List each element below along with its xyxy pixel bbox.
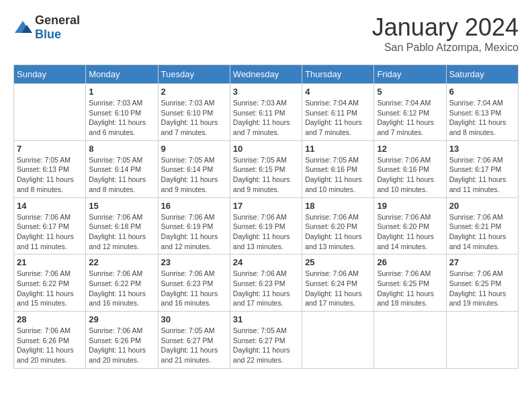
day-number: 10	[233, 144, 299, 154]
day-number: 6	[449, 87, 515, 97]
calendar-cell: 3Sunrise: 7:03 AM Sunset: 6:11 PM Daylig…	[230, 84, 302, 141]
weekday-header: Monday	[86, 65, 158, 84]
day-info: Sunrise: 7:06 AM Sunset: 6:21 PM Dayligh…	[449, 212, 515, 252]
day-number: 3	[233, 87, 299, 97]
calendar-cell: 22Sunrise: 7:06 AM Sunset: 6:22 PM Dayli…	[86, 255, 158, 312]
day-info: Sunrise: 7:06 AM Sunset: 6:19 PM Dayligh…	[233, 212, 299, 252]
calendar-cell: 19Sunrise: 7:06 AM Sunset: 6:20 PM Dayli…	[374, 197, 446, 255]
day-number: 23	[161, 257, 227, 267]
weekday-header: Saturday	[446, 65, 518, 84]
day-number: 12	[377, 144, 443, 154]
day-info: Sunrise: 7:06 AM Sunset: 6:25 PM Dayligh…	[377, 269, 443, 308]
calendar-cell: 16Sunrise: 7:06 AM Sunset: 6:19 PM Dayli…	[158, 197, 230, 255]
logo-blue: Blue	[35, 28, 61, 41]
day-number: 16	[161, 201, 227, 211]
day-info: Sunrise: 7:05 AM Sunset: 6:13 PM Dayligh…	[17, 155, 83, 195]
calendar-cell	[14, 84, 86, 141]
title-area: January 2024 San Pablo Atzompa, Mexico	[372, 13, 519, 54]
calendar-cell: 28Sunrise: 7:06 AM Sunset: 6:26 PM Dayli…	[14, 312, 86, 369]
day-info: Sunrise: 7:06 AM Sunset: 6:22 PM Dayligh…	[89, 269, 154, 308]
header: General Blue January 2024 San Pablo Atzo…	[13, 13, 519, 54]
day-info: Sunrise: 7:05 AM Sunset: 6:14 PM Dayligh…	[89, 155, 154, 195]
day-info: Sunrise: 7:06 AM Sunset: 6:18 PM Dayligh…	[89, 212, 154, 252]
calendar: SundayMondayTuesdayWednesdayThursdayFrid…	[13, 64, 519, 369]
weekday-header: Tuesday	[158, 65, 230, 84]
day-number: 22	[89, 257, 154, 267]
day-info: Sunrise: 7:05 AM Sunset: 6:27 PM Dayligh…	[233, 326, 299, 365]
day-info: Sunrise: 7:06 AM Sunset: 6:20 PM Dayligh…	[377, 212, 443, 252]
day-info: Sunrise: 7:06 AM Sunset: 6:19 PM Dayligh…	[161, 212, 227, 252]
calendar-cell: 11Sunrise: 7:05 AM Sunset: 6:16 PM Dayli…	[302, 140, 374, 197]
day-number: 4	[305, 87, 371, 97]
weekday-header: Thursday	[302, 65, 374, 84]
day-number: 25	[305, 257, 371, 267]
calendar-week-row: 21Sunrise: 7:06 AM Sunset: 6:22 PM Dayli…	[14, 255, 519, 312]
day-info: Sunrise: 7:06 AM Sunset: 6:24 PM Dayligh…	[305, 269, 371, 308]
calendar-cell: 18Sunrise: 7:06 AM Sunset: 6:20 PM Dayli…	[302, 197, 374, 255]
calendar-cell	[302, 312, 374, 369]
calendar-cell: 20Sunrise: 7:06 AM Sunset: 6:21 PM Dayli…	[446, 197, 518, 255]
day-number: 24	[233, 257, 299, 267]
calendar-cell: 30Sunrise: 7:05 AM Sunset: 6:27 PM Dayli…	[158, 312, 230, 369]
calendar-cell: 12Sunrise: 7:06 AM Sunset: 6:16 PM Dayli…	[374, 140, 446, 197]
day-info: Sunrise: 7:05 AM Sunset: 6:14 PM Dayligh…	[161, 155, 227, 195]
calendar-cell: 31Sunrise: 7:05 AM Sunset: 6:27 PM Dayli…	[230, 312, 302, 369]
day-number: 2	[161, 87, 227, 97]
day-number: 28	[17, 314, 83, 324]
day-info: Sunrise: 7:04 AM Sunset: 6:12 PM Dayligh…	[377, 98, 443, 138]
calendar-week-row: 7Sunrise: 7:05 AM Sunset: 6:13 PM Daylig…	[14, 140, 519, 197]
day-number: 11	[305, 144, 371, 154]
day-info: Sunrise: 7:06 AM Sunset: 6:16 PM Dayligh…	[377, 155, 443, 195]
calendar-week-row: 1Sunrise: 7:03 AM Sunset: 6:10 PM Daylig…	[14, 84, 519, 141]
day-info: Sunrise: 7:03 AM Sunset: 6:10 PM Dayligh…	[161, 98, 227, 138]
logo-icon	[13, 19, 32, 36]
day-number: 18	[305, 201, 371, 211]
calendar-cell: 24Sunrise: 7:06 AM Sunset: 6:23 PM Dayli…	[230, 255, 302, 312]
location-title: San Pablo Atzompa, Mexico	[372, 42, 519, 54]
calendar-cell: 14Sunrise: 7:06 AM Sunset: 6:17 PM Dayli…	[14, 197, 86, 255]
day-info: Sunrise: 7:03 AM Sunset: 6:11 PM Dayligh…	[233, 98, 299, 138]
day-number: 1	[89, 87, 154, 97]
day-number: 29	[89, 314, 154, 324]
calendar-cell: 27Sunrise: 7:06 AM Sunset: 6:25 PM Dayli…	[446, 255, 518, 312]
day-info: Sunrise: 7:06 AM Sunset: 6:20 PM Dayligh…	[305, 212, 371, 252]
day-number: 8	[89, 144, 154, 154]
day-info: Sunrise: 7:06 AM Sunset: 6:23 PM Dayligh…	[161, 269, 227, 308]
calendar-cell: 4Sunrise: 7:04 AM Sunset: 6:11 PM Daylig…	[302, 84, 374, 141]
weekday-header: Friday	[374, 65, 446, 84]
day-info: Sunrise: 7:06 AM Sunset: 6:23 PM Dayligh…	[233, 269, 299, 308]
calendar-cell: 10Sunrise: 7:05 AM Sunset: 6:15 PM Dayli…	[230, 140, 302, 197]
calendar-cell: 25Sunrise: 7:06 AM Sunset: 6:24 PM Dayli…	[302, 255, 374, 312]
day-info: Sunrise: 7:06 AM Sunset: 6:22 PM Dayligh…	[17, 269, 83, 308]
logo-general: General	[35, 13, 80, 27]
calendar-cell: 21Sunrise: 7:06 AM Sunset: 6:22 PM Dayli…	[14, 255, 86, 312]
calendar-cell: 5Sunrise: 7:04 AM Sunset: 6:12 PM Daylig…	[374, 84, 446, 141]
month-title: January 2024	[372, 13, 519, 42]
day-number: 31	[233, 314, 299, 324]
weekday-header-row: SundayMondayTuesdayWednesdayThursdayFrid…	[14, 65, 519, 84]
day-info: Sunrise: 7:06 AM Sunset: 6:17 PM Dayligh…	[449, 155, 515, 195]
day-info: Sunrise: 7:05 AM Sunset: 6:16 PM Dayligh…	[305, 155, 371, 195]
day-number: 13	[449, 144, 515, 154]
day-info: Sunrise: 7:06 AM Sunset: 6:25 PM Dayligh…	[449, 269, 515, 308]
day-number: 17	[233, 201, 299, 211]
day-number: 20	[449, 201, 515, 211]
day-info: Sunrise: 7:03 AM Sunset: 6:10 PM Dayligh…	[89, 98, 154, 138]
day-number: 21	[17, 257, 83, 267]
weekday-header: Sunday	[14, 65, 86, 84]
calendar-cell: 23Sunrise: 7:06 AM Sunset: 6:23 PM Dayli…	[158, 255, 230, 312]
calendar-cell: 6Sunrise: 7:04 AM Sunset: 6:13 PM Daylig…	[446, 84, 518, 141]
day-info: Sunrise: 7:06 AM Sunset: 6:26 PM Dayligh…	[17, 326, 83, 365]
day-info: Sunrise: 7:04 AM Sunset: 6:13 PM Dayligh…	[449, 98, 515, 138]
calendar-cell: 2Sunrise: 7:03 AM Sunset: 6:10 PM Daylig…	[158, 84, 230, 141]
calendar-cell: 15Sunrise: 7:06 AM Sunset: 6:18 PM Dayli…	[86, 197, 158, 255]
calendar-cell: 26Sunrise: 7:06 AM Sunset: 6:25 PM Dayli…	[374, 255, 446, 312]
day-info: Sunrise: 7:04 AM Sunset: 6:11 PM Dayligh…	[305, 98, 371, 138]
day-number: 9	[161, 144, 227, 154]
day-number: 14	[17, 201, 83, 211]
logo: General Blue	[13, 13, 80, 42]
day-number: 30	[161, 314, 227, 324]
calendar-cell: 1Sunrise: 7:03 AM Sunset: 6:10 PM Daylig…	[86, 84, 158, 141]
day-number: 19	[377, 201, 443, 211]
day-number: 7	[17, 144, 83, 154]
